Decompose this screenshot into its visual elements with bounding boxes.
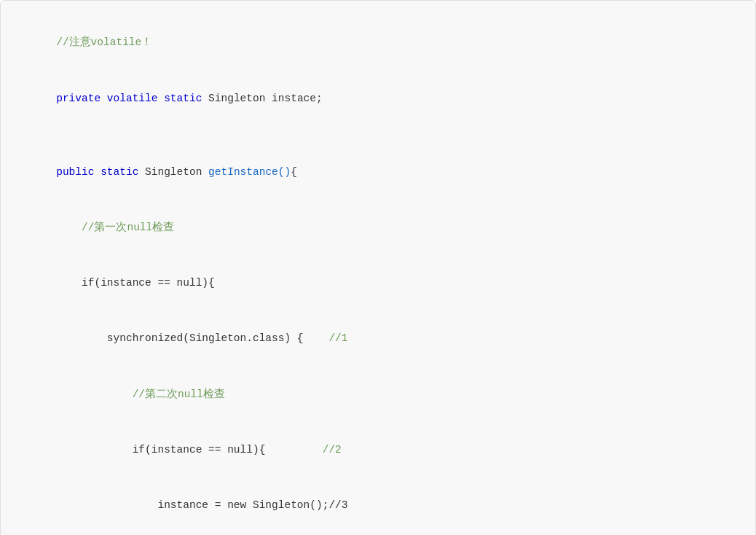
method-getinstance[interactable]: getInstance() [208, 166, 291, 178]
page-container: //注意volatile！ private volatile static Si… [0, 0, 756, 535]
code-new-singleton: instance = new Singleton();//3 [56, 499, 347, 511]
code-line-8: //第二次null检查 [18, 367, 738, 422]
code-brace-open: { [291, 166, 297, 178]
code-block: //注意volatile！ private volatile static Si… [0, 0, 756, 535]
code-if1: if(instance == null){ [56, 277, 215, 289]
code-line-2: private volatile static Singleton instac… [18, 71, 738, 126]
code-line-9: if(instance == null){ //2 [18, 422, 738, 477]
keyword-public: public [56, 166, 101, 178]
code-line-empty [18, 126, 738, 144]
keyword-volatile: volatile [107, 93, 164, 104]
code-line-10: instance = new Singleton();//3 [18, 477, 738, 533]
code-singleton-instace: Singleton instace; [208, 93, 323, 104]
keyword-static2: static [101, 166, 145, 178]
comment-1: //1 [328, 332, 347, 344]
comment-first-null: //第一次null检查 [56, 222, 174, 233]
keyword-private: private [56, 93, 107, 104]
code-line-7: synchronized(Singleton.class) { //1 [18, 311, 738, 367]
comment-2: //2 [323, 444, 342, 456]
code-singleton2: Singleton [145, 166, 208, 178]
code-synchronized: synchronized(Singleton.class) { [56, 332, 328, 344]
code-line-6: if(instance == null){ [18, 256, 738, 311]
code-line-4: public static Singleton getInstance(){ [18, 145, 738, 200]
code-line-1: //注意volatile！ [18, 15, 738, 71]
comment-second-null: //第二次null检查 [56, 388, 225, 400]
code-line-5: //第一次null检查 [18, 200, 738, 256]
code-if2: if(instance == null){ [56, 444, 322, 456]
keyword-static: static [164, 93, 208, 104]
comment-volatile: //注意volatile！ [56, 36, 152, 48]
